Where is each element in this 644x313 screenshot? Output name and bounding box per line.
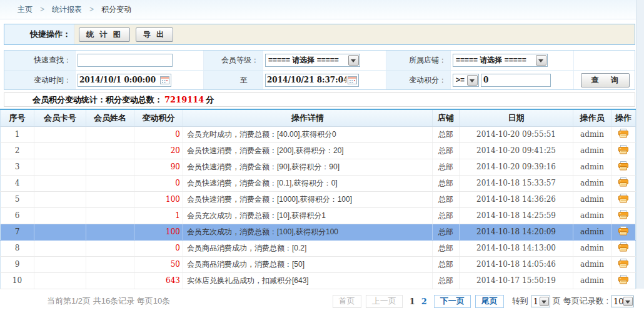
page-number-2[interactable]: 2 (421, 297, 427, 306)
page-number-1[interactable]: 1 (410, 297, 415, 306)
search-button[interactable]: 查 询 (581, 73, 629, 87)
points-change: 20 (134, 142, 183, 159)
table-row[interactable]: 40会员快速消费，消费金额：[0.1],获得积分：0]总部2014-10-18 … (1, 175, 636, 191)
action-cell (611, 191, 636, 207)
prev-page-button[interactable]: 上一页 (366, 295, 403, 308)
quick-find-input[interactable] (78, 54, 173, 67)
print-button[interactable] (618, 145, 628, 154)
right-gutter (636, 0, 644, 289)
column-header: 操作员 (573, 109, 611, 126)
quick-actions-bar: 快捷操作： 统 计 图 导 出 (4, 24, 635, 45)
calendar-icon[interactable] (348, 76, 357, 84)
member-level-label: 会员等级： (204, 51, 263, 70)
breadcrumb-current-points-change: 积分变动 (101, 4, 131, 15)
points-value-input[interactable] (481, 74, 551, 87)
table-row[interactable]: 220会员快速消费，消费金额：[200],获得积分：20]总部2014-10-2… (1, 142, 636, 159)
operator: admin (573, 191, 611, 207)
table-row[interactable]: 10643实体店兑换礼品成功，扣减积分[643]总部2014-10-17 15:… (1, 272, 636, 289)
member-name (86, 224, 134, 240)
operator: admin (573, 207, 611, 224)
summary-unit: 分 (206, 94, 214, 106)
pagination-status: 当前第1/2页 共16条记录 每页10条 (47, 296, 170, 307)
caret-down-icon[interactable] (540, 297, 549, 306)
points-operator-select[interactable]: >= (453, 74, 479, 87)
print-button[interactable] (618, 210, 628, 219)
store-select[interactable]: ===== 请选择 ===== (453, 54, 548, 67)
date: 2014-10-20 09:55:51 (460, 126, 573, 142)
print-button[interactable] (618, 177, 628, 187)
caret-down-icon[interactable] (348, 55, 359, 66)
time-to-label: 至 (204, 70, 263, 89)
printer-icon (618, 210, 628, 219)
table-row[interactable]: 950会员商品消费成功，消费总额：[50]总部2014-10-18 14:05:… (1, 256, 636, 272)
store: 总部 (433, 272, 460, 289)
member-level-select[interactable]: ===== 请选择 ===== (265, 54, 360, 67)
calendar-icon[interactable] (160, 76, 169, 84)
store-value: ===== 请选择 ===== (453, 55, 535, 66)
points-operator-value: >= (453, 76, 466, 84)
table-row[interactable]: 10会员充时成功，消费总额：[40.00],获得积分0总部2014-10-20 … (1, 126, 636, 142)
operator: admin (573, 175, 611, 191)
summary-bar: 会员积分变动统计：积分变动总数： 7219114 分 (4, 92, 635, 107)
goto-page-value: 1 (531, 297, 539, 306)
printer-icon (618, 226, 628, 236)
print-button[interactable] (618, 194, 628, 203)
table-row[interactable]: 61会员充次成功，消费总额：[10],获得积分1总部2014-10-18 14:… (1, 207, 636, 224)
store: 总部 (433, 175, 460, 191)
search-button-cell: 查 询 (574, 70, 635, 89)
print-button[interactable] (618, 275, 628, 284)
row-index: 1 (1, 126, 34, 142)
time-range-label: 变动时间： (4, 70, 76, 89)
member-name (86, 175, 134, 191)
store: 总部 (433, 142, 460, 159)
operator: admin (573, 224, 611, 240)
operator: admin (573, 126, 611, 142)
store: 总部 (433, 159, 460, 175)
first-page-button[interactable]: 首页 (333, 295, 361, 308)
action-cell (611, 142, 636, 159)
caret-down-icon[interactable] (467, 75, 478, 86)
points-change-report-page: 主页 > 统计报表 > 积分变动 快捷操作： 统 计 图 导 出 快速查找： 会… (0, 0, 644, 313)
goto-label: 转到 (512, 296, 528, 307)
row-index: 7 (1, 224, 34, 240)
print-button[interactable] (618, 242, 628, 252)
caret-down-icon[interactable] (623, 297, 633, 306)
breadcrumb-statistics-reports[interactable]: 统计报表 (52, 4, 82, 15)
time-to-input[interactable] (266, 76, 348, 84)
printer-icon (618, 194, 628, 203)
goto-page-select[interactable]: 1 (531, 296, 550, 307)
next-page-button[interactable]: 下一页 (434, 295, 471, 308)
table-row[interactable]: 5100会员快速消费，消费金额：[1000],获得积分：100]总部2014-1… (1, 191, 636, 207)
member-name (86, 240, 134, 256)
chart-button[interactable]: 统 计 图 (79, 27, 130, 42)
date: 2014-10-20 09:41:25 (460, 142, 573, 159)
table-row[interactable]: 7100会员充次成功，消费总额：[100],获得积分100总部2014-10-1… (1, 224, 636, 240)
date: 2014-10-18 14:36:26 (460, 191, 573, 207)
print-button[interactable] (618, 161, 628, 171)
print-button[interactable] (618, 259, 628, 268)
breadcrumb: 主页 > 统计报表 > 积分变动 (0, 0, 644, 19)
export-button[interactable]: 导 出 (136, 27, 173, 42)
row-index: 2 (1, 142, 34, 159)
print-button[interactable] (618, 129, 628, 138)
time-from-input[interactable] (78, 76, 160, 84)
breadcrumb-home[interactable]: 主页 (18, 4, 33, 15)
last-page-button[interactable]: 尾页 (475, 295, 504, 308)
operation-detail: 会员商品消费成功，消费总额：[0.2] (183, 240, 433, 256)
operation-detail: 会员充时成功，消费总额：[40.00],获得积分0 (183, 126, 433, 142)
column-header: 会员姓名 (86, 109, 134, 126)
member-card-number (34, 207, 86, 224)
page-size-label: 每页记录数 : (563, 296, 608, 307)
time-from-cell (76, 70, 204, 89)
date: 2014-10-18 15:33:57 (460, 175, 573, 191)
points-change-table: 序号会员卡号会员姓名变动积分操作详情店铺日期操作员操作 10会员充时成功，消费总… (0, 109, 636, 289)
printer-icon (618, 275, 628, 284)
operation-detail: 会员快速消费，消费金额：[1000],获得积分：100] (183, 191, 433, 207)
column-header: 操作 (611, 109, 636, 126)
caret-down-icon[interactable] (536, 55, 546, 66)
print-button[interactable] (618, 226, 628, 236)
table-row[interactable]: 80会员商品消费成功，消费总额：[0.2]总部2014-10-18 14:13:… (1, 240, 636, 256)
page-size-select[interactable]: 10 (611, 296, 634, 307)
table-row[interactable]: 390会员快速消费，消费金额：[90],获得积分：90]总部2014-10-20… (1, 159, 636, 175)
breadcrumb-separator: > (40, 5, 44, 14)
